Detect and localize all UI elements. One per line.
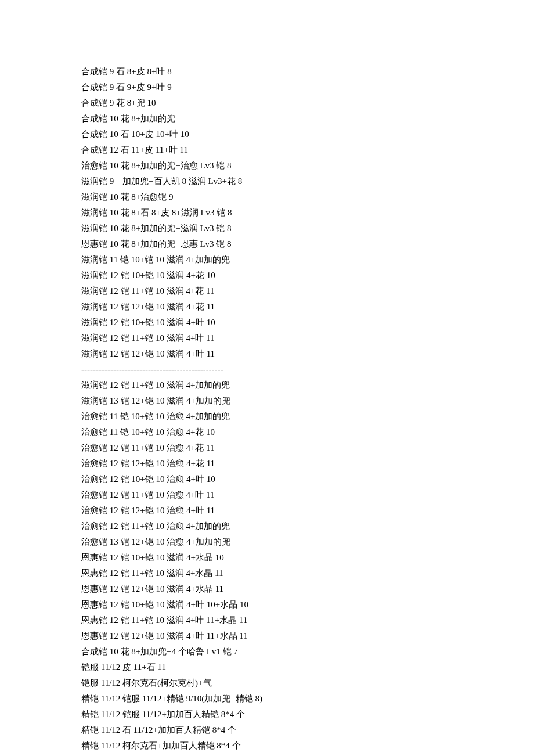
text-line: 合成铠 9 石 9+皮 9+叶 9 xyxy=(81,80,453,95)
text-line: 治愈铠 10 花 8+加加的兜+治愈 Lv3 铠 8 xyxy=(81,158,453,174)
text-line: 滋润铠 10 花 8+加加的兜+滋润 Lv3 铠 8 xyxy=(81,221,453,236)
text-line: 滋润铠 10 花 8+治愈铠 9 xyxy=(81,189,453,205)
text-line: 合成铠 12 石 11+皮 11+叶 11 xyxy=(81,142,453,158)
text-line: 滋润铠 12 铠 11+铠 10 滋润 4+花 11 xyxy=(81,283,453,299)
text-line: 恩惠铠 10 花 8+加加的兜+恩惠 Lv3 铠 8 xyxy=(81,236,453,252)
text-line: 合成铠 9 花 8+兜 10 xyxy=(81,95,453,111)
text-line: 恩惠铠 12 铠 11+铠 10 滋润 4+叶 11+水晶 11 xyxy=(81,613,453,628)
text-line: 滋润铠 12 铠 11+铠 10 滋润 4+叶 11 xyxy=(81,330,453,346)
text-line: 合成铠 10 石 10+皮 10+叶 10 xyxy=(81,127,453,142)
text-line: 精铠 11/12 柯尔克石+加加百人精铠 8*4 个 xyxy=(81,738,453,754)
document-content: 合成铠 9 石 8+皮 8+叶 8 合成铠 9 石 9+皮 9+叶 9 合成铠 … xyxy=(81,64,453,754)
text-line: 滋润铠 12 铠 12+铠 10 滋润 4+花 11 xyxy=(81,299,453,315)
text-line: 治愈铠 11 铠 10+铠 10 治愈 4+花 10 xyxy=(81,424,453,440)
text-line: 恩惠铠 12 铠 10+铠 10 滋润 4+水晶 10 xyxy=(81,550,453,566)
text-line: 治愈铠 11 铠 10+铠 10 治愈 4+加加的兜 xyxy=(81,409,453,424)
text-line: 滋润铠 9 加加兜+百人凯 8 滋润 Lv3+花 8 xyxy=(81,174,453,189)
text-line: 恩惠铠 12 铠 12+铠 10 滋润 4+水晶 11 xyxy=(81,581,453,597)
text-line: 恩惠铠 12 铠 12+铠 10 滋润 4+叶 11+水晶 11 xyxy=(81,628,453,644)
text-line: 滋润铠 12 铠 10+铠 10 滋润 4+花 10 xyxy=(81,268,453,283)
text-line: 精铠 11/12 铠服 11/12+加加百人精铠 8*4 个 xyxy=(81,707,453,722)
text-line: 治愈铠 12 铠 10+铠 10 治愈 4+叶 10 xyxy=(81,471,453,487)
text-line: 恩惠铠 12 铠 10+铠 10 滋润 4+叶 10+水晶 10 xyxy=(81,597,453,613)
text-line: 精铠 11/12 铠服 11/12+精铠 9/10(加加兜+精铠 8) xyxy=(81,691,453,707)
text-line: 治愈铠 12 铠 12+铠 10 治愈 4+花 11 xyxy=(81,456,453,471)
text-line: 治愈铠 13 铠 12+铠 10 治愈 4+加加的兜 xyxy=(81,534,453,550)
text-line: 合成铠 10 花 8+加加兜+4 个哈鲁 Lv1 铠 7 xyxy=(81,644,453,660)
text-line: 治愈铠 12 铠 11+铠 10 治愈 4+花 11 xyxy=(81,440,453,456)
text-line: 滋润铠 13 铠 12+铠 10 滋润 4+加加的兜 xyxy=(81,393,453,409)
text-line: 恩惠铠 12 铠 11+铠 10 滋润 4+水晶 11 xyxy=(81,566,453,581)
text-line: 滋润铠 12 铠 12+铠 10 滋润 4+叶 11 xyxy=(81,346,453,362)
text-line: 滋润铠 12 铠 11+铠 10 滋润 4+加加的兜 xyxy=(81,377,453,393)
text-line: 铠服 11/12 柯尔克石(柯尔克村)+气 xyxy=(81,675,453,691)
text-line: 合成铠 10 花 8+加加的兜 xyxy=(81,111,453,127)
text-line: 治愈铠 12 铠 11+铠 10 治愈 4+叶 11 xyxy=(81,487,453,503)
divider-line: ----------------------------------------… xyxy=(81,362,453,377)
text-line: 铠服 11/12 皮 11+石 11 xyxy=(81,660,453,675)
text-line: 滋润铠 10 花 8+石 8+皮 8+滋润 Lv3 铠 8 xyxy=(81,205,453,221)
text-line: 精铠 11/12 石 11/12+加加百人精铠 8*4 个 xyxy=(81,722,453,738)
text-line: 滋润铠 12 铠 10+铠 10 滋润 4+叶 10 xyxy=(81,315,453,330)
text-line: 合成铠 9 石 8+皮 8+叶 8 xyxy=(81,64,453,80)
document-page: 合成铠 9 石 8+皮 8+叶 8 合成铠 9 石 9+皮 9+叶 9 合成铠 … xyxy=(0,0,534,756)
text-line: 滋润铠 11 铠 10+铠 10 滋润 4+加加的兜 xyxy=(81,252,453,268)
text-line: 治愈铠 12 铠 11+铠 10 治愈 4+加加的兜 xyxy=(81,519,453,534)
text-line: 治愈铠 12 铠 12+铠 10 治愈 4+叶 11 xyxy=(81,503,453,519)
